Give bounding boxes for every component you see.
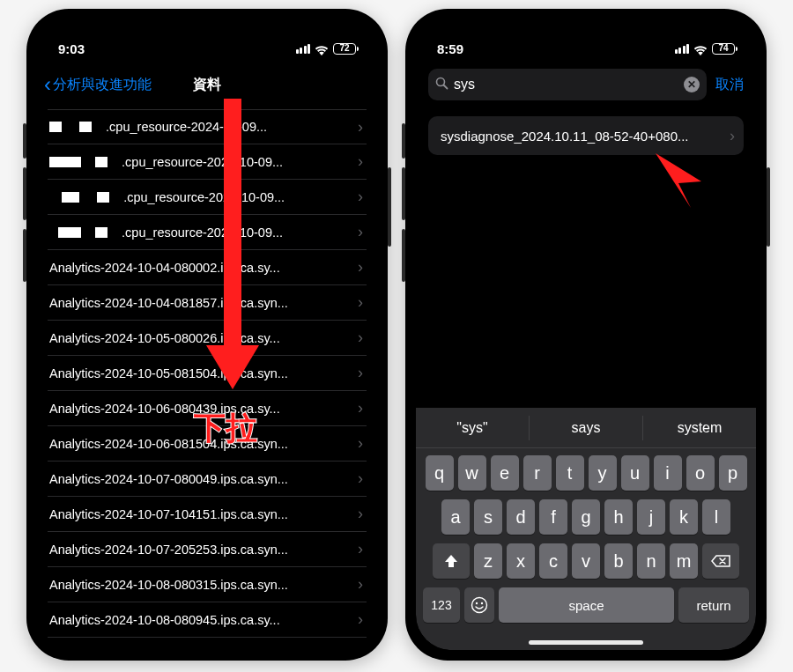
key-w[interactable]: w [458, 455, 486, 491]
key-b[interactable]: b [604, 543, 633, 579]
chevron-right-icon: › [358, 152, 363, 171]
key-f[interactable]: f [539, 499, 567, 535]
list-item[interactable]: Analytics-2024-10-06-081504.ips.ca.syn..… [48, 426, 367, 462]
keyboard-row: 123 space return [419, 587, 752, 623]
side-button [767, 167, 770, 247]
clear-search-button[interactable]: ✕ [684, 77, 700, 92]
list-item[interactable]: Analytics-2024-10-09-080049.ips.ca.sy...… [48, 638, 367, 650]
key-delete[interactable] [702, 543, 739, 579]
wifi-icon [315, 43, 329, 54]
back-button[interactable]: ‹ 分析與改進功能 [44, 74, 152, 95]
key-space[interactable]: space [499, 587, 674, 623]
key-emoji[interactable] [464, 587, 494, 623]
cellular-icon [296, 44, 311, 54]
keyboard-row: a s d f g h j k l [419, 499, 752, 535]
key-a[interactable]: a [441, 499, 470, 535]
keyboard-suggestions: "sys" says system [416, 408, 756, 448]
key-t[interactable]: t [556, 455, 584, 491]
list-item[interactable]: Analytics-2024-10-04-080002.ips.ca.sy...… [48, 250, 367, 285]
key-i[interactable]: i [654, 455, 682, 491]
svg-point-3 [476, 602, 478, 604]
chevron-right-icon: › [358, 646, 363, 650]
dynamic-island [533, 32, 639, 58]
key-shift[interactable] [433, 543, 470, 579]
battery-indicator: 72 [333, 43, 356, 55]
key-r[interactable]: r [523, 455, 552, 491]
key-n[interactable]: n [637, 543, 665, 579]
chevron-right-icon: › [358, 610, 363, 629]
dynamic-island [154, 32, 260, 58]
chevron-right-icon: › [730, 127, 735, 145]
chevron-right-icon: › [358, 364, 363, 382]
key-z[interactable]: z [474, 543, 502, 579]
status-time: 9:03 [58, 41, 85, 56]
key-v[interactable]: v [572, 543, 600, 579]
chevron-right-icon: › [358, 118, 363, 137]
phone-left: 9:03 72 ‹ 分析與改進功能 資料 .cpu_resource-2024-… [26, 9, 388, 661]
list-item[interactable]: Analytics-2024-10-08-080945.ips.ca.sy...… [48, 602, 367, 638]
list-item[interactable]: Analytics-2024-10-07-104151.ips.ca.syn..… [48, 497, 367, 532]
list-item[interactable]: .cpu_resource-2024-10-09...› [48, 215, 367, 250]
list-item[interactable]: .cpu_resource-2024-10-09...› [48, 144, 367, 180]
key-d[interactable]: d [507, 499, 535, 535]
side-button [402, 167, 405, 220]
search-result-item[interactable]: sysdiagnose_2024.10.11_08-52-40+080... › [428, 116, 744, 155]
suggestion-item[interactable]: says [530, 416, 643, 440]
side-button [402, 123, 405, 159]
key-mode[interactable]: 123 [423, 587, 460, 623]
list-item[interactable]: Analytics-2024-10-08-080315.ips.ca.syn..… [48, 567, 367, 602]
list-item[interactable]: Analytics-2024-10-04-081857.ips.ca.syn..… [48, 285, 367, 321]
key-l[interactable]: l [702, 499, 730, 535]
back-label: 分析與改進功能 [53, 76, 152, 94]
list-item[interactable]: Analytics-2024-10-06-080439.ips.ca.sy...… [48, 391, 367, 426]
home-indicator[interactable] [529, 640, 643, 645]
cancel-button[interactable]: 取消 [715, 76, 744, 94]
key-e[interactable]: e [491, 455, 519, 491]
suggestion-item[interactable]: system [643, 416, 756, 440]
list-item[interactable]: .cpu_resource-2024-10-09...› [48, 109, 367, 144]
list-item[interactable]: Analytics-2024-10-05-080026.ips.ca.sy...… [48, 321, 367, 356]
key-return[interactable]: return [678, 587, 749, 623]
chevron-right-icon: › [358, 293, 363, 312]
search-input[interactable]: sys ✕ [428, 69, 707, 100]
key-h[interactable]: h [604, 499, 633, 535]
chevron-right-icon: › [358, 434, 363, 453]
log-list[interactable]: .cpu_resource-2024-10-09...› .cpu_resour… [37, 104, 377, 650]
side-button [388, 167, 391, 247]
key-y[interactable]: y [589, 455, 617, 491]
list-item[interactable]: Analytics-2024-10-05-081504.ips.ca.syn..… [48, 356, 367, 391]
chevron-right-icon: › [358, 469, 363, 488]
page-title: 資料 [193, 76, 221, 94]
phone-right: 8:59 74 sys ✕ 取消 sysdiagnose_2024.10.11_ [405, 9, 767, 661]
chevron-right-icon: › [358, 540, 363, 558]
result-label: sysdiagnose_2024.10.11_08-52-40+080... [441, 129, 724, 144]
chevron-right-icon: › [358, 329, 363, 347]
chevron-right-icon: › [358, 258, 363, 277]
side-button [402, 229, 405, 282]
key-o[interactable]: o [686, 455, 715, 491]
key-x[interactable]: x [507, 543, 535, 579]
key-g[interactable]: g [572, 499, 600, 535]
keyboard-row: q w e r t y u i o p [419, 455, 752, 491]
keyboard: "sys" says system q w e r t y u i o p [416, 408, 756, 650]
chevron-right-icon: › [358, 505, 363, 523]
chevron-left-icon: ‹ [44, 74, 51, 95]
suggestion-item[interactable]: "sys" [416, 416, 530, 440]
key-k[interactable]: k [670, 499, 698, 535]
list-item[interactable]: Analytics-2024-10-07-205253.ips.ca.syn..… [48, 532, 367, 567]
key-q[interactable]: q [426, 455, 454, 491]
key-p[interactable]: p [719, 455, 747, 491]
chevron-right-icon: › [358, 399, 363, 417]
nav-bar: ‹ 分析與改進功能 資料 [37, 65, 377, 104]
keyboard-row: z x c v b n m [419, 543, 752, 579]
key-m[interactable]: m [670, 543, 698, 579]
list-item[interactable]: .cpu_resource-2024-10-09...› [48, 180, 367, 215]
key-s[interactable]: s [474, 499, 502, 535]
list-item[interactable]: Analytics-2024-10-07-080049.ips.ca.syn..… [48, 462, 367, 497]
wifi-icon [693, 43, 708, 54]
key-u[interactable]: u [621, 455, 649, 491]
key-c[interactable]: c [539, 543, 567, 579]
key-j[interactable]: j [637, 499, 665, 535]
battery-indicator: 74 [712, 43, 735, 55]
side-button [23, 167, 26, 220]
